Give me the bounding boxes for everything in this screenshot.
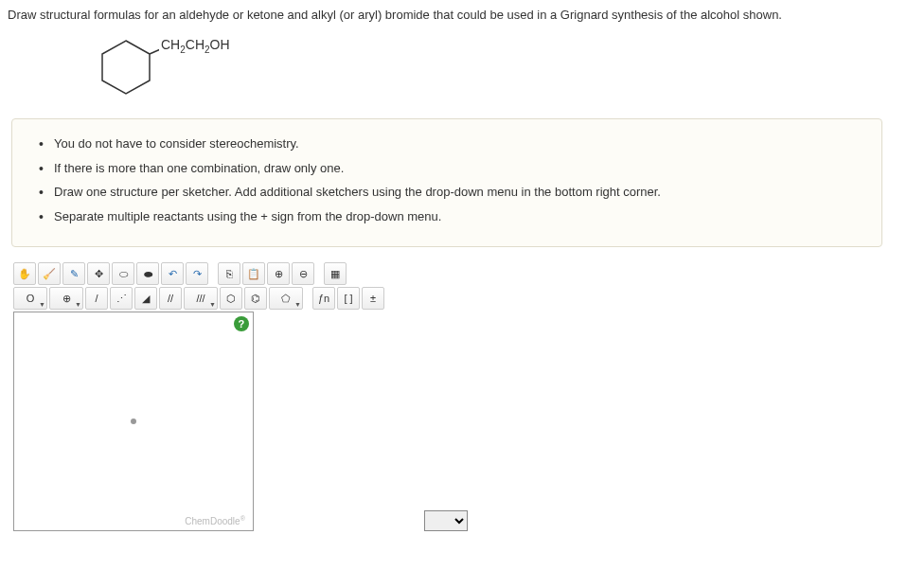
instruction-item: Separate multiple reactants using the + … bbox=[39, 207, 863, 226]
atom-dropdown-button[interactable]: O▼ bbox=[13, 287, 47, 310]
color-button[interactable]: ▦ bbox=[324, 262, 347, 285]
canvas-center-dot bbox=[131, 419, 136, 424]
bracket-button[interactable]: [ ] bbox=[337, 287, 360, 310]
molecule-formula-label: CH2CH2OH bbox=[161, 37, 230, 55]
functional-group-button[interactable]: ƒn bbox=[312, 287, 335, 310]
redo-button[interactable]: ↷ bbox=[186, 262, 208, 285]
molecule-structure: CH2CH2OH bbox=[93, 33, 899, 99]
single-bond-button[interactable]: / bbox=[85, 287, 108, 310]
lasso-button[interactable]: ⬭ bbox=[112, 262, 134, 285]
dotted-bond-button[interactable]: ⋰ bbox=[110, 287, 133, 310]
lasso2-button[interactable]: ⬬ bbox=[136, 262, 159, 285]
zoom-in-button[interactable]: ⊕ bbox=[267, 262, 290, 285]
add-sketcher-dropdown[interactable] bbox=[424, 510, 468, 531]
charge-sign-button[interactable]: ± bbox=[362, 287, 384, 310]
svg-marker-0 bbox=[102, 41, 150, 94]
instruction-item: If there is more than one combination, d… bbox=[39, 159, 863, 178]
drawing-canvas[interactable]: ? ChemDoodle® bbox=[13, 312, 254, 531]
hexagon-ring-button[interactable]: ⬡ bbox=[220, 287, 242, 310]
chemdoodle-branding: ChemDoodle® bbox=[185, 515, 245, 526]
help-icon[interactable]: ? bbox=[234, 316, 249, 331]
erase-button[interactable]: 🧹 bbox=[38, 262, 61, 285]
move-button[interactable]: ✥ bbox=[87, 262, 110, 285]
toolbar-row-2: O▼ ⊕▼ / ⋰ ◢ // ///▼ ⬡ ⌬ ⬠▼ ƒn [ ] ± bbox=[13, 287, 468, 310]
undo-button[interactable]: ↶ bbox=[161, 262, 184, 285]
hand-tool-button[interactable]: ✋ bbox=[13, 262, 36, 285]
copy-button[interactable]: ⎘ bbox=[218, 262, 240, 285]
double-bond-button[interactable]: // bbox=[159, 287, 182, 310]
sketcher-panel: ✋ 🧹 ✎ ✥ ⬭ ⬬ ↶ ↷ ⎘ 📋 ⊕ ⊖ ▦ O▼ ⊕▼ / ⋰ ◢ //… bbox=[13, 262, 468, 531]
charge-dropdown-button[interactable]: ⊕▼ bbox=[49, 287, 83, 310]
instructions-panel: You do not have to consider stereochemis… bbox=[11, 118, 882, 247]
zoom-out-button[interactable]: ⊖ bbox=[292, 262, 314, 285]
benzene-ring-button[interactable]: ⌬ bbox=[244, 287, 267, 310]
paste-button[interactable]: 📋 bbox=[242, 262, 265, 285]
cyclohexane-icon bbox=[93, 33, 159, 99]
toolbar-row-1: ✋ 🧹 ✎ ✥ ⬭ ⬬ ↶ ↷ ⎘ 📋 ⊕ ⊖ ▦ bbox=[13, 262, 468, 285]
pentagon-ring-dropdown-button[interactable]: ⬠▼ bbox=[269, 287, 303, 310]
instruction-item: Draw one structure per sketcher. Add add… bbox=[39, 183, 863, 202]
instruction-item: You do not have to consider stereochemis… bbox=[39, 134, 863, 153]
pencil-button[interactable]: ✎ bbox=[62, 262, 85, 285]
wedge-bond-button[interactable]: ◢ bbox=[134, 287, 157, 310]
triple-bond-dropdown-button[interactable]: ///▼ bbox=[184, 287, 218, 310]
svg-line-1 bbox=[150, 46, 159, 54]
question-text: Draw structural formulas for an aldehyde… bbox=[8, 8, 899, 22]
